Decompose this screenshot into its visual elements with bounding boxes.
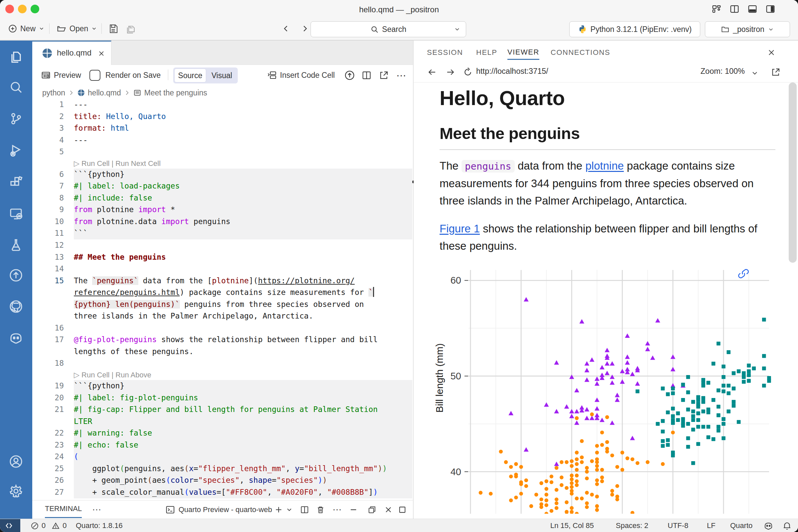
point [635, 381, 640, 386]
viewer-scrollbar[interactable] [789, 82, 797, 263]
visual-mode-button[interactable]: Visual [207, 69, 236, 82]
tab-viewer[interactable]: VIEWER [507, 45, 539, 60]
render-on-save-checkbox[interactable]: Render on Save [90, 67, 160, 83]
breadcrumb-file[interactable]: hello.qmd [88, 89, 121, 97]
copilot-icon[interactable] [8, 330, 24, 346]
split-editor-icon[interactable] [361, 67, 372, 83]
point [594, 398, 600, 402]
doc-paragraph-1: The penguins data from the plotnine pack… [440, 157, 769, 209]
minimize-panel-icon[interactable] [349, 500, 358, 519]
problems-status[interactable]: 0 0 [31, 519, 67, 532]
new-button[interactable]: New [8, 20, 44, 37]
line-number: 1 [32, 99, 64, 111]
tab-connections[interactable]: CONNECTIONS [551, 45, 610, 60]
point [722, 390, 725, 393]
maximize-panel-icon[interactable] [398, 500, 407, 519]
cell-run-decoration[interactable]: ▷ Run Cell | Run Above [32, 369, 413, 380]
quarto-version-status[interactable]: Quarto: 1.8.16 [76, 519, 123, 532]
viewer-forward-icon[interactable] [445, 67, 456, 77]
point [762, 384, 766, 388]
editor-more-actions-icon[interactable]: ⋯ [396, 67, 407, 83]
publish-icon[interactable] [8, 267, 24, 283]
cell-run-decoration[interactable]: ▷ Run Cell | Run Next Cell [32, 158, 413, 169]
point [575, 462, 579, 466]
point [752, 366, 756, 370]
cursor-position-status[interactable]: Ln 15, Col 85 [550, 519, 594, 532]
open-in-new-window-icon[interactable] [379, 67, 389, 83]
point [610, 493, 614, 497]
code-editor[interactable]: 1---2title: Hello, Quarto3format: html4-… [32, 99, 413, 500]
terminal-session[interactable]: Quarto Preview - quarto-web [165, 500, 272, 519]
kill-terminal-icon[interactable] [316, 500, 325, 519]
testing-icon[interactable] [8, 237, 24, 253]
run-document-icon[interactable] [344, 67, 355, 83]
point [555, 497, 558, 501]
breadcrumb-section[interactable]: Meet the penguins [144, 89, 207, 97]
terminal-dropdown-chevron-icon[interactable] [286, 500, 293, 519]
account-icon[interactable] [8, 454, 24, 470]
close-panel-icon[interactable] [384, 500, 393, 519]
doc-link[interactable]: plotnine [586, 159, 624, 172]
chevron-down-icon [768, 26, 774, 33]
open-button[interactable]: Open [57, 20, 97, 37]
viewer-zoom-label[interactable]: Zoom: 100% [701, 67, 745, 76]
remote-explorer-icon[interactable] [8, 206, 24, 222]
customize-layout-icon[interactable] [711, 4, 722, 14]
language-mode-status[interactable]: Quarto [730, 519, 753, 532]
run-debug-icon[interactable] [8, 142, 24, 158]
navigate-forward-icon[interactable] [300, 20, 309, 37]
interpreter-selector-button[interactable]: Python 3.12.1 (PipEnv: .venv) [569, 21, 700, 37]
viewer-reload-icon[interactable] [463, 67, 473, 77]
search-icon[interactable] [8, 79, 24, 95]
source-mode-button[interactable]: Source [174, 69, 206, 82]
close-panel-icon[interactable] [767, 48, 776, 57]
notifications-bell-icon[interactable] [782, 519, 792, 532]
breadcrumb-folder[interactable]: python [42, 89, 65, 97]
terminal-more-tabs-icon[interactable]: ⋯ [92, 500, 101, 519]
extensions-icon[interactable] [8, 174, 24, 190]
terminal-more-actions-icon[interactable]: ⋯ [332, 500, 342, 519]
global-search-box[interactable]: Search [310, 21, 466, 37]
doc-link[interactable]: Figure 1 [440, 223, 480, 235]
save-icon[interactable] [108, 20, 118, 37]
point [555, 488, 558, 492]
open-in-browser-icon[interactable] [771, 67, 781, 77]
restore-panel-icon[interactable] [367, 500, 377, 519]
viewer-url[interactable]: http://localhost:3715/ [476, 67, 548, 76]
point [686, 375, 690, 379]
indentation-status[interactable]: Spaces: 2 [616, 519, 648, 532]
point [545, 503, 549, 507]
copilot-status-icon[interactable] [763, 519, 773, 532]
toggle-panel-icon[interactable] [747, 4, 757, 14]
tab-session[interactable]: SESSION [427, 45, 463, 60]
explorer-icon[interactable] [8, 49, 24, 64]
point [726, 410, 730, 414]
terminal-tab[interactable]: TERMINAL [45, 500, 82, 518]
workspace-selector-button[interactable]: _positron [705, 21, 790, 37]
navigate-back-icon[interactable] [282, 20, 291, 37]
insert-code-cell-button[interactable]: Insert Code Cell [267, 67, 335, 83]
toggle-secondary-sidebar-icon[interactable] [765, 4, 775, 14]
zoom-chevron-icon[interactable] [751, 69, 759, 77]
tab-hello-qmd[interactable]: hello.qmd [32, 41, 111, 65]
github-icon[interactable] [8, 299, 24, 315]
new-terminal-icon[interactable] [274, 500, 283, 519]
point [524, 297, 529, 302]
close-tab-icon[interactable] [97, 50, 106, 58]
settings-icon[interactable] [8, 483, 24, 499]
point [650, 356, 656, 360]
source-control-icon[interactable] [8, 111, 24, 127]
remote-indicator[interactable] [0, 519, 20, 532]
tab-help[interactable]: HELP [476, 45, 497, 60]
encoding-status[interactable]: UTF-8 [668, 519, 688, 532]
viewer-back-icon[interactable] [427, 67, 437, 77]
point [605, 440, 609, 444]
preview-button[interactable]: Preview [41, 67, 81, 83]
save-all-icon[interactable] [126, 20, 136, 37]
point [671, 407, 675, 411]
split-terminal-icon[interactable] [300, 500, 309, 519]
point [615, 484, 620, 488]
eol-status[interactable]: LF [707, 519, 716, 532]
quarto-file-icon [41, 48, 53, 59]
split-editor-icon[interactable] [729, 4, 740, 14]
